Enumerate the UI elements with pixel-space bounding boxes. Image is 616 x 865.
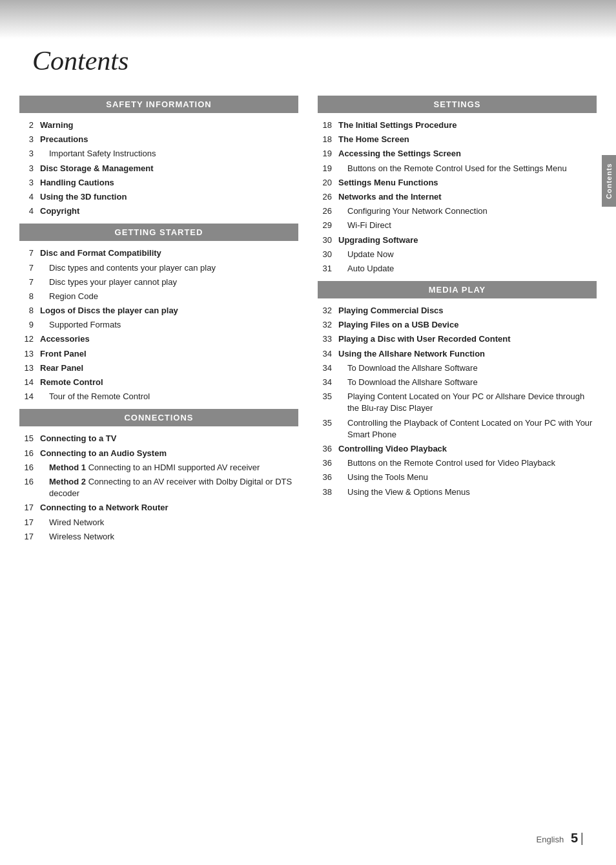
section-header: SETTINGS [318,96,597,113]
toc-entry: 18The Home Screen [318,134,597,145]
toc-item-text: Accessories [40,333,298,345]
top-bar [0,0,616,39]
toc-item-text: Logos of Discs the player can play [40,305,298,317]
toc-item-text: Precautions [40,134,298,145]
toc-item-text: Handling Cautions [40,177,298,189]
toc-page-number: 26 [318,205,338,217]
toc-page-number: 31 [318,263,338,275]
toc-page-number: 2 [19,120,40,131]
toc-entry: 13Front Panel [19,348,298,360]
toc-entry: 36Using the Tools Menu [318,472,597,483]
toc-page-number: 16 [19,462,40,474]
toc-entry: 36Controlling Video Playback [318,443,597,455]
toc-entry: 14Tour of the Remote Control [19,391,298,402]
toc-entry: 7Disc and Format Compatibility [19,247,298,259]
toc-page-number: 36 [318,443,338,455]
toc-entry: 32Playing Files on a USB Device [318,319,597,331]
toc-entry: 17Wireless Network [19,531,298,543]
toc-item-text: Upgrading Software [338,234,597,246]
toc-entry: 8Logos of Discs the player can play [19,305,298,317]
toc-item-text: Disc types your player cannot play [40,276,298,288]
toc-item-text: Update Now [338,249,597,260]
toc-page-number: 34 [318,362,338,374]
toc-entry: 20Settings Menu Functions [318,177,597,189]
toc-item-text: Front Panel [40,348,298,360]
side-tab: Contents [602,155,616,207]
toc-page-number: 9 [19,319,40,331]
toc-item-text: Disc types and contents your player can … [40,262,298,274]
left-column: SAFETY INFORMATION2Warning3Precautions3I… [19,89,298,545]
section: GETTING STARTED7Disc and Format Compatib… [19,224,298,402]
toc-entry: 2Warning [19,120,298,131]
toc-entry: 34Using the Allshare Network Function [318,348,597,360]
toc-item-text: The Home Screen [338,134,597,145]
toc-item-text: To Download the Allshare Software [338,377,597,388]
toc-page-number: 30 [318,249,338,260]
toc-page-number: 7 [19,247,40,259]
page-title: Contents [0,39,616,89]
toc-entry: 35Playing Content Located on Your PC or … [318,391,597,414]
toc-page-number: 4 [19,205,40,217]
toc-page-number: 7 [19,262,40,274]
toc-item-text: Important Safety Instructions [40,148,298,160]
toc-entry: 16Method 1 Connecting to an HDMI support… [19,462,298,474]
toc-entry: 14Remote Control [19,377,298,388]
toc-entry: 19Accessing the Settings Screen [318,148,597,160]
toc-page-number: 3 [19,148,40,160]
toc-item-text: Copyright [40,205,298,217]
toc-page-number: 14 [19,391,40,402]
toc-item-text: Disc Storage & Management [40,163,298,174]
footer-language: English [537,835,564,844]
toc-page-number: 3 [19,134,40,145]
toc-page-number: 16 [19,448,40,459]
toc-page-number: 8 [19,291,40,302]
toc-item-text: Supported Formats [40,319,298,331]
toc-item-text: Playing Content Located on Your PC or Al… [338,391,597,414]
toc-item-text: Controlling Video Playback [338,443,597,455]
toc-entry: 3Handling Cautions [19,177,298,189]
toc-item-text: The Initial Settings Procedure [338,120,597,131]
section: MEDIA PLAY32Playing Commercial Discs32Pl… [318,281,597,498]
toc-entry: 34To Download the Allshare Software [318,362,597,374]
toc-entry: 4Using the 3D function [19,191,298,203]
toc-page-number: 26 [318,191,338,203]
toc-entry: 19Buttons on the Remote Control Used for… [318,163,597,174]
toc-page-number: 18 [318,134,338,145]
toc-page-number: 3 [19,163,40,174]
toc-page-number: 29 [318,220,338,231]
toc-entry: 4Copyright [19,205,298,217]
toc-entry: 30Update Now [318,249,597,260]
toc-page-number: 19 [318,163,338,174]
toc-page-number: 8 [19,305,40,317]
toc-item-text: Playing Files on a USB Device [338,319,597,331]
toc-item-text: Buttons on the Remote Control used for V… [338,457,597,469]
toc-entry: 17Connecting to a Network Router [19,502,298,514]
toc-entry: 7Disc types your player cannot play [19,276,298,288]
toc-item-text: Accessing the Settings Screen [338,148,597,160]
toc-page-number: 4 [19,191,40,203]
toc-entry: 36Buttons on the Remote Control used for… [318,457,597,469]
section-header: SAFETY INFORMATION [19,96,298,113]
toc-page-number: 17 [19,531,40,543]
toc-page-number: 18 [318,120,338,131]
toc-item-text: Networks and the Internet [338,191,597,203]
footer: English 5 | [537,831,584,846]
toc-item-text: Region Code [40,291,298,302]
toc-page-number: 17 [19,517,40,528]
toc-page-number: 20 [318,177,338,189]
toc-page-number: 15 [19,433,40,444]
toc-item-text: Connecting to a TV [40,433,298,444]
toc-item-text: To Download the Allshare Software [338,362,597,374]
toc-page-number: 17 [19,502,40,514]
section-header: GETTING STARTED [19,224,298,241]
toc-entry: 3Disc Storage & Management [19,163,298,174]
toc-entry: 7Disc types and contents your player can… [19,262,298,274]
toc-item-text: Using the Tools Menu [338,472,597,483]
toc-entry: 3Important Safety Instructions [19,148,298,160]
toc-page-number: 35 [318,391,338,402]
toc-entry: 33Playing a Disc with User Recorded Cont… [318,333,597,345]
toc-entry: 35Controlling the Playback of Content Lo… [318,417,597,441]
toc-entry: 12Accessories [19,333,298,345]
toc-item-text: Disc and Format Compatibility [40,247,298,259]
toc-item-text: Playing a Disc with User Recorded Conten… [338,333,597,345]
